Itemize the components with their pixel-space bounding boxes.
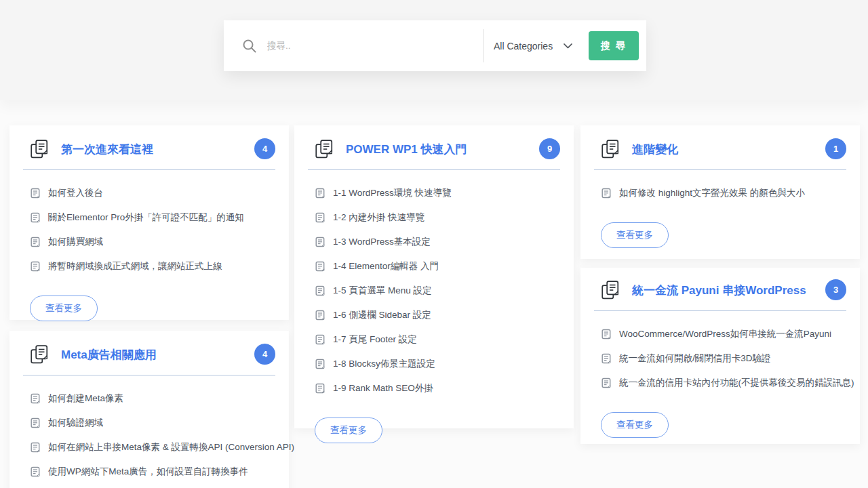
- document-icon: [315, 334, 326, 345]
- article-list: 如何登入後台 關於Elementor Pro外掛「許可證不匹配」的通知 如何購買…: [23, 187, 275, 272]
- document-icon: [315, 383, 326, 394]
- hero-section: All Categories 搜 尋: [0, 0, 868, 100]
- document-icon: [601, 378, 612, 388]
- header-divider: [594, 310, 846, 311]
- document-icon: [30, 418, 41, 428]
- card-header: POWER WP1 快速入門 9: [308, 139, 560, 159]
- card-header: Meta廣告相關應用 4: [23, 344, 275, 365]
- documents-icon: [315, 139, 334, 159]
- article-link[interactable]: 關於Elementor Pro外掛「許可證不匹配」的通知: [30, 211, 275, 224]
- card-header: 第一次進來看這裡 4: [23, 139, 275, 159]
- article-link[interactable]: 如何創建Meta像素: [30, 392, 275, 405]
- document-icon: [315, 188, 326, 199]
- search-input[interactable]: [267, 41, 471, 51]
- chevron-down-icon: [564, 43, 572, 49]
- document-icon: [315, 359, 326, 369]
- card-title[interactable]: 第一次進來看這裡: [61, 142, 153, 157]
- category-card-power-wp1: POWER WP1 快速入門 9 1-1 WordPress環境 快速導覽 1-…: [294, 125, 574, 428]
- search-icon: [241, 38, 258, 54]
- document-icon: [315, 285, 326, 296]
- view-more-button[interactable]: 查看更多: [601, 412, 669, 438]
- article-link[interactable]: 1-7 頁尾 Footer 設定: [315, 333, 560, 346]
- view-more-button[interactable]: 查看更多: [601, 222, 669, 248]
- count-badge: 4: [254, 138, 275, 159]
- header-divider: [308, 169, 560, 170]
- document-icon: [30, 466, 41, 477]
- article-link[interactable]: 如何修改 highlight文字螢光效果 的顏色與大小: [601, 187, 846, 199]
- article-link[interactable]: 1-1 WordPress環境 快速導覽: [315, 187, 560, 199]
- category-card-payuni: 統一金流 Payuni 串接WordPress 3 WooCommerce/Wo…: [580, 268, 860, 444]
- card-header: 進階變化 1: [594, 139, 846, 159]
- category-card-meta-ads: Meta廣告相關應用 4 如何創建Meta像素 如何驗證網域 如何在網站上串接M…: [9, 331, 289, 488]
- card-title[interactable]: 進階變化: [632, 142, 678, 157]
- document-icon: [601, 353, 612, 364]
- category-dropdown-label: All Categories: [494, 41, 553, 52]
- documents-icon: [601, 280, 620, 300]
- document-icon: [30, 261, 41, 272]
- document-icon: [30, 442, 41, 453]
- article-list: 如何創建Meta像素 如何驗證網域 如何在網站上串接Meta像素 & 設置轉換A…: [23, 392, 275, 478]
- document-icon: [315, 237, 326, 247]
- search-bar: All Categories 搜 尋: [224, 20, 646, 71]
- document-icon: [315, 261, 326, 272]
- document-icon: [30, 212, 41, 223]
- article-link[interactable]: 1-6 側邊欄 Sidebar 設定: [315, 309, 560, 321]
- article-link[interactable]: WooCommerce/WordPress如何串接統一金流Payuni: [601, 328, 846, 340]
- article-link[interactable]: 如何驗證網域: [30, 417, 275, 429]
- document-icon: [601, 188, 612, 199]
- article-link[interactable]: 如何登入後台: [30, 187, 275, 199]
- card-title[interactable]: Meta廣告相關應用: [61, 347, 157, 363]
- article-list: 1-1 WordPress環境 快速導覽 1-2 內建外掛 快速導覽 1-3 W…: [308, 187, 560, 394]
- article-link[interactable]: 統一金流的信用卡站內付功能(不提供幕後交易的錯誤訊息): [601, 377, 846, 389]
- article-link[interactable]: 如何購買網域: [30, 236, 275, 248]
- article-link[interactable]: 1-5 頁首選單 Menu 設定: [315, 285, 560, 297]
- documents-icon: [30, 344, 49, 365]
- article-link[interactable]: 1-9 Rank Math SEO外掛: [315, 382, 560, 394]
- article-link[interactable]: 如何在網站上串接Meta像素 & 設置轉換API (Conversion API…: [30, 441, 275, 453]
- card-header: 統一金流 Payuni 串接WordPress 3: [594, 280, 846, 300]
- search-divider: [483, 29, 484, 62]
- article-link[interactable]: 將暫時網域換成正式網域，讓網站正式上線: [30, 260, 275, 272]
- document-icon: [601, 329, 612, 340]
- document-icon: [30, 188, 41, 199]
- article-link[interactable]: 使用WP網站下Meta廣告，如何設置自訂轉換事件: [30, 466, 275, 478]
- count-badge: 3: [825, 279, 846, 300]
- header-divider: [23, 375, 275, 375]
- document-icon: [30, 237, 41, 247]
- document-icon: [315, 310, 326, 321]
- category-dropdown[interactable]: All Categories: [494, 20, 589, 71]
- count-badge: 1: [825, 138, 846, 159]
- search-button[interactable]: 搜 尋: [589, 31, 639, 60]
- category-card-advanced: 進階變化 1 如何修改 highlight文字螢光效果 的顏色與大小 查看更多: [580, 125, 860, 259]
- document-icon: [30, 393, 41, 404]
- view-more-button[interactable]: 查看更多: [315, 418, 382, 443]
- view-more-button[interactable]: 查看更多: [30, 296, 98, 321]
- article-link[interactable]: 1-2 內建外掛 快速導覽: [315, 211, 560, 224]
- article-link[interactable]: 1-3 WordPress基本設定: [315, 236, 560, 248]
- header-divider: [23, 169, 275, 170]
- article-list: WooCommerce/WordPress如何串接統一金流Payuni 統一金流…: [594, 328, 846, 389]
- documents-icon: [601, 139, 620, 159]
- card-title[interactable]: 統一金流 Payuni 串接WordPress: [632, 283, 806, 298]
- card-title[interactable]: POWER WP1 快速入門: [346, 142, 467, 157]
- documents-icon: [30, 139, 49, 159]
- article-link[interactable]: 1-8 Blocksy佈景主題設定: [315, 358, 560, 370]
- count-badge: 4: [254, 344, 275, 365]
- article-link[interactable]: 統一金流如何開啟/關閉信用卡3D驗證: [601, 352, 846, 365]
- article-list: 如何修改 highlight文字螢光效果 的顏色與大小: [594, 187, 846, 199]
- count-badge: 9: [539, 138, 560, 159]
- category-card-first-time: 第一次進來看這裡 4 如何登入後台 關於Elementor Pro外掛「許可證不…: [9, 125, 289, 320]
- header-divider: [594, 169, 846, 170]
- document-icon: [315, 212, 326, 223]
- article-link[interactable]: 1-4 Elementor編輯器 入門: [315, 260, 560, 272]
